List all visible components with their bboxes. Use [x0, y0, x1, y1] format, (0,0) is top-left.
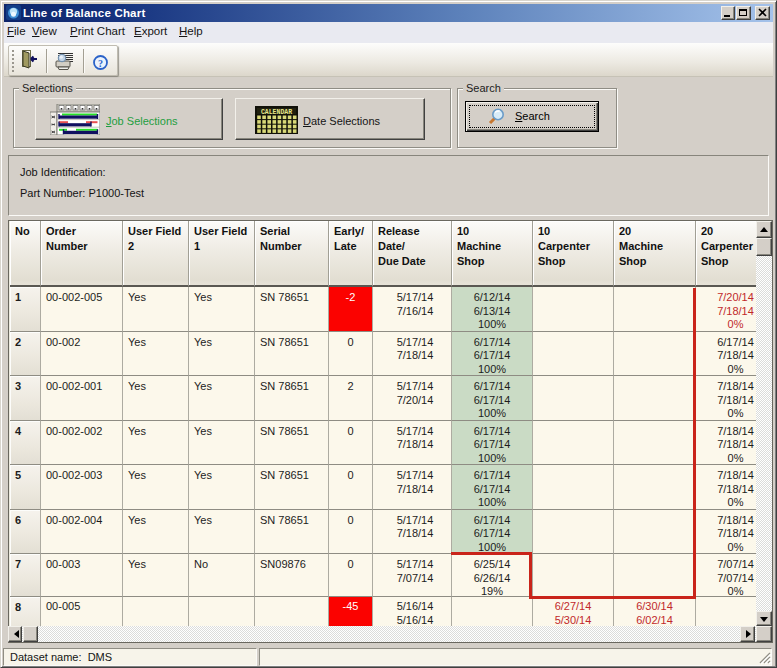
svg-text:?: ? — [98, 58, 103, 69]
svg-text:CALENDAR: CALENDAR — [261, 109, 292, 116]
